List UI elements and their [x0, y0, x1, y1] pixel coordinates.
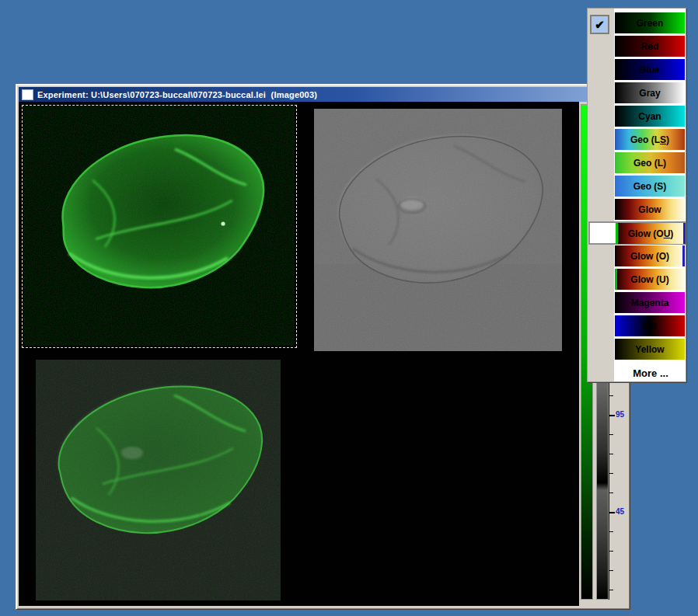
- lut-item-gray[interactable]: Gray: [614, 82, 687, 105]
- lut-swatch-green: Green: [615, 12, 685, 33]
- scale-label-95: 95: [616, 410, 624, 419]
- lut-item-label: Geo (L): [633, 158, 666, 169]
- lut-swatch-glow: Glow: [615, 199, 685, 220]
- lut-swatch-rb: RB: [615, 315, 685, 336]
- scale-tick-minor: [609, 590, 613, 590]
- lut-item-label: Cyan: [638, 111, 661, 122]
- lut-item-label: More ...: [633, 367, 668, 379]
- lut-item-label: Glow (O): [630, 251, 669, 262]
- lut-item-label: Geo (LS): [630, 134, 669, 145]
- lut-item-cyan[interactable]: Cyan: [614, 105, 687, 128]
- lut-item-glow[interactable]: Glow: [614, 198, 687, 221]
- lut-item-label: Geo (S): [633, 181, 667, 192]
- scale-tick-minor: [609, 551, 613, 552]
- lut-item-red[interactable]: Red: [614, 35, 687, 58]
- fluorescence-cell-graphic: [23, 106, 295, 346]
- scale-tick-minor: [609, 492, 613, 493]
- lut-item-green[interactable]: Green: [614, 12, 687, 35]
- lut-swatch-geo-s: Geo (S): [615, 176, 685, 197]
- lut-item-blue[interactable]: Blue: [614, 58, 687, 82]
- scale-tick-major: [609, 512, 615, 513]
- lut-item-label: Gray: [639, 88, 660, 99]
- scale-tick-minor: [609, 531, 613, 532]
- lut-item-label: Yellow: [635, 344, 664, 355]
- lut-item-label: Glow (OU): [628, 228, 674, 239]
- lut-popup-menu: ✔ GreenRedBlueGrayCyanGeo (LS)Geo (L)Geo…: [587, 8, 686, 382]
- lut-item-label: Glow: [638, 204, 661, 215]
- transmitted-light-image[interactable]: [314, 109, 562, 351]
- swatch-left-stripe: [615, 269, 617, 290]
- lut-item-rb[interactable]: RB: [614, 315, 687, 338]
- lut-item-label: Green: [637, 18, 664, 29]
- image-client-area: [19, 102, 579, 606]
- lut-item-geo-s[interactable]: Geo (S): [614, 175, 687, 198]
- lut-item-more[interactable]: More ...: [614, 361, 687, 385]
- lut-swatch-magenta: Magenta: [615, 292, 685, 313]
- check-icon: ✔: [595, 18, 605, 32]
- lut-item-geo-ls[interactable]: Geo (LS): [614, 128, 687, 151]
- lut-swatch-red: Red: [615, 36, 685, 57]
- scale-tick-major: [609, 415, 615, 416]
- fluorescence-image[interactable]: [23, 106, 295, 346]
- lut-item-label: Blue: [640, 64, 660, 75]
- title-bar[interactable]: Experiment: U:\Users\070723-buccal\07072…: [19, 87, 629, 102]
- experiment-window[interactable]: Experiment: U:\Users\070723-buccal\07072…: [16, 84, 630, 610]
- lut-apply-checkbox[interactable]: ✔: [590, 15, 609, 34]
- lut-item-magenta[interactable]: Magenta: [614, 291, 687, 315]
- lut-swatch-glow-o: Glow (O): [615, 245, 685, 266]
- scale-tick-minor: [609, 570, 613, 571]
- lut-swatch-gray: Gray: [615, 82, 685, 103]
- scale-tick-minor: [609, 454, 613, 454]
- scale-tick-minor: [609, 395, 613, 396]
- scale-tick-minor: [609, 434, 613, 435]
- lut-item-label: Red: [641, 41, 659, 52]
- swatch-left-stripe: [616, 223, 618, 244]
- lut-item-label: Magenta: [631, 298, 669, 308]
- scale-tick-minor: [609, 473, 613, 474]
- lut-item-label: RB: [643, 321, 656, 332]
- lut-swatch-cyan: Cyan: [615, 106, 685, 127]
- swatch-right-stripe: [682, 245, 685, 266]
- overlay-image[interactable]: [36, 360, 281, 600]
- lut-item-geo-l[interactable]: Geo (L): [614, 151, 687, 175]
- swatch-right-stripe: [683, 223, 686, 244]
- lut-swatch-glow-ou: Glow (OU): [616, 223, 686, 244]
- window-title: Experiment: U:\Users\070723-buccal\07072…: [37, 90, 317, 99]
- window-icon[interactable]: [22, 89, 33, 100]
- lut-item-glow-o[interactable]: Glow (O): [614, 245, 687, 268]
- dic-cell-graphic: [314, 109, 562, 351]
- lut-swatch-glow-u: Glow (U): [615, 269, 685, 290]
- menu-gutter: [588, 9, 614, 381]
- lut-item-yellow[interactable]: Yellow: [614, 338, 687, 361]
- overlay-cell-graphic: [36, 360, 281, 600]
- lut-swatch-blue: Blue: [615, 59, 685, 80]
- scale-label-45: 45: [616, 507, 624, 516]
- lut-item-label: Glow (U): [630, 274, 668, 285]
- lut-item-glow-u[interactable]: Glow (U): [614, 268, 687, 291]
- lut-swatch-geo-l: Geo (L): [615, 152, 685, 173]
- lut-item-glow-ou[interactable]: Glow (OU): [588, 221, 686, 245]
- lut-swatch-yellow: Yellow: [615, 339, 685, 360]
- lut-swatch-geo-ls: Geo (LS): [615, 129, 685, 150]
- desktop: { "desktop": { "bg_color": "#3E72A8" }, …: [0, 0, 698, 616]
